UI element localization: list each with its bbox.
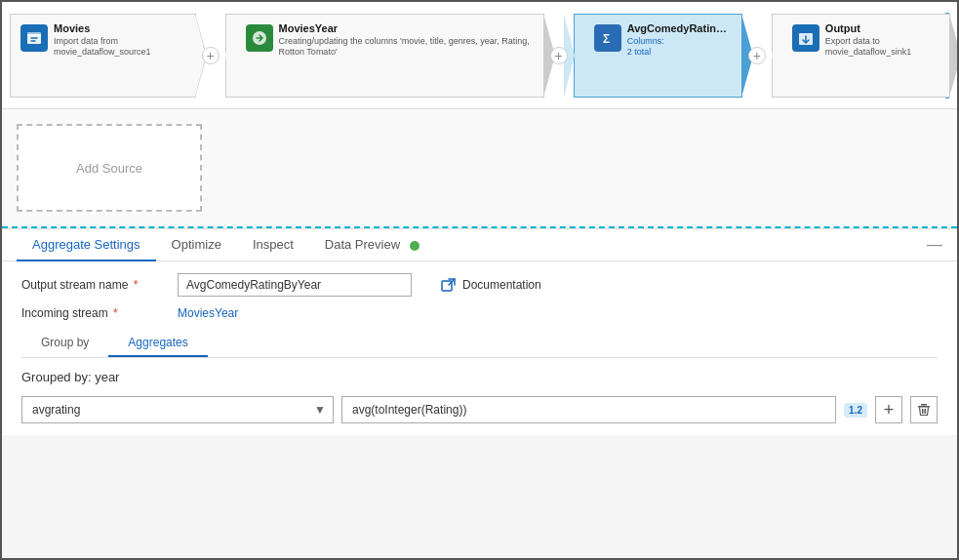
doc-link[interactable]: Documentation <box>441 276 541 294</box>
delete-aggregate-btn[interactable] <box>910 396 938 423</box>
add-after-movies[interactable]: + <box>202 47 220 64</box>
aggregate-column-select[interactable]: avgrating <box>21 396 334 423</box>
output-desc: Export data to movie_dataflow_sink1 <box>825 36 939 59</box>
trash-icon <box>917 403 931 417</box>
output-title: Output <box>825 22 939 34</box>
avg-columns-label: Columns: <box>627 36 732 48</box>
movies-node-content: Movies Import data from movie_dataflow_s… <box>54 22 185 59</box>
preview-dot <box>410 241 420 251</box>
avg-title: AvgComedyRatingByYear <box>627 22 732 34</box>
output-required-star: * <box>134 278 139 292</box>
aggregate-column-wrapper: avgrating ▼ <box>21 396 334 423</box>
output-node-content: Output Export data to movie_dataflow_sin… <box>825 22 939 59</box>
moviesyear-desc: Creating/updating the columns 'movie, ti… <box>279 36 534 59</box>
pipeline-node-movies[interactable]: Movies Import data from movie_dataflow_s… <box>10 14 196 98</box>
sub-tabs: Group by Aggregates <box>21 330 938 358</box>
doc-label: Documentation <box>462 278 541 292</box>
aggregate-row: avgrating ▼ 1.2 + <box>21 396 938 423</box>
add-aggregate-btn[interactable]: + <box>875 396 902 423</box>
pipeline-node-output[interactable]: Output Export data to movie_dataflow_sin… <box>772 14 950 98</box>
avg-columns-count: 2 total <box>627 47 732 59</box>
settings-body: Output stream name * Documentation Incom… <box>2 261 957 435</box>
pipeline-area: Movies Import data from movie_dataflow_s… <box>2 2 957 109</box>
add-source-area: Add Source <box>2 109 957 228</box>
external-link-icon <box>441 276 457 294</box>
add-after-avg[interactable]: + <box>748 47 766 64</box>
bottom-panel: Aggregate Settings Optimize Inspect Data… <box>2 228 957 435</box>
output-icon <box>792 24 819 52</box>
minimize-btn[interactable]: — <box>927 236 942 254</box>
tabs-bar: Aggregate Settings Optimize Inspect Data… <box>2 229 957 261</box>
tab-inspect[interactable]: Inspect <box>237 229 309 261</box>
add-source-label: Add Source <box>76 161 142 176</box>
pipeline-node-avg[interactable]: Σ AvgComedyRatingByYear Columns: 2 total <box>574 14 742 98</box>
tab-optimize[interactable]: Optimize <box>156 229 237 261</box>
grouped-by-label: Grouped by: year <box>21 370 938 384</box>
movies-desc: Import data from movie_dataflow_source1 <box>54 36 185 59</box>
incoming-stream-label: Incoming stream * <box>21 306 178 320</box>
incoming-stream-link[interactable]: MoviesYear <box>178 306 238 320</box>
avg-node-content: AvgComedyRatingByYear Columns: 2 total <box>627 22 732 59</box>
aggregate-expression-input[interactable] <box>341 396 836 423</box>
pipeline-node-moviesyear[interactable]: MoviesYear Creating/updating the columns… <box>225 14 544 98</box>
svg-rect-1 <box>27 32 41 36</box>
incoming-stream-row: Incoming stream * MoviesYear <box>21 306 938 320</box>
transform-icon <box>246 24 273 52</box>
sub-tab-groupby[interactable]: Group by <box>21 330 108 357</box>
output-stream-input[interactable] <box>178 273 412 297</box>
add-source-box[interactable]: Add Source <box>17 124 202 212</box>
svg-rect-8 <box>921 404 927 406</box>
svg-text:Σ: Σ <box>603 32 610 46</box>
expr-badge: 1.2 <box>844 403 867 418</box>
moviesyear-title: MoviesYear <box>279 22 534 34</box>
source-icon <box>20 24 48 52</box>
aggregate-icon: Σ <box>594 24 621 52</box>
svg-rect-7 <box>918 406 930 408</box>
add-after-moviesyear[interactable]: + <box>550 47 568 64</box>
incoming-required-star: * <box>113 306 118 320</box>
output-stream-label: Output stream name * <box>21 278 178 292</box>
tab-preview[interactable]: Data Preview <box>309 229 435 261</box>
output-stream-row: Output stream name * Documentation <box>21 273 938 297</box>
tab-aggregate[interactable]: Aggregate Settings <box>17 229 156 261</box>
movies-title: Movies <box>54 22 185 34</box>
sub-tab-aggregates[interactable]: Aggregates <box>108 330 207 357</box>
moviesyear-node-content: MoviesYear Creating/updating the columns… <box>279 22 534 59</box>
